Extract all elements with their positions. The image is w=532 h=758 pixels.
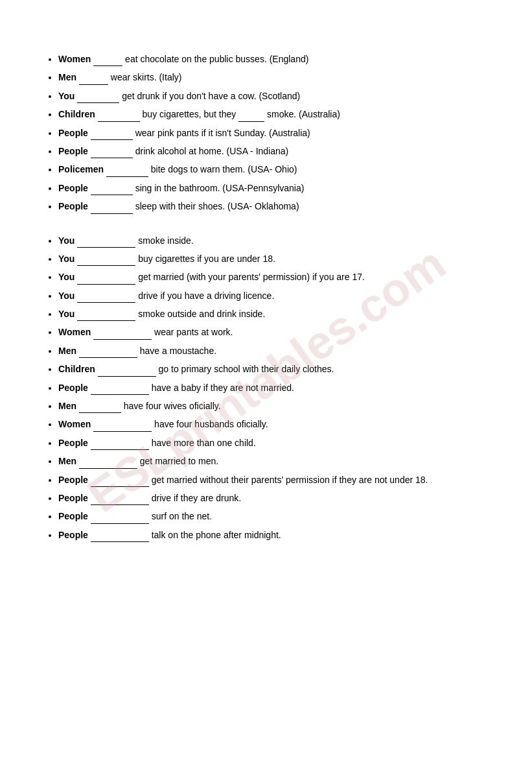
list-item: Women eat chocolate on the public busses… (58, 52, 493, 66)
list-item: Children buy cigarettes, but they smoke.… (58, 107, 493, 121)
can-cant-list: Women eat chocolate on the public busses… (39, 52, 493, 214)
turkey-list: You smoke inside.You buy cigarettes if y… (39, 233, 493, 543)
list-item: You buy cigarettes if you are under 18. (58, 252, 493, 266)
list-item: You smoke inside. (58, 233, 493, 248)
section-1: Women eat chocolate on the public busses… (39, 52, 493, 214)
list-item: People have a baby if they are not marri… (58, 381, 493, 395)
list-item: People drink alcohol at home. (USA - Ind… (58, 144, 493, 158)
list-item: Women wear pants at work. (58, 325, 493, 339)
list-item: People sleep with their shoes. (USA- Okl… (58, 199, 493, 213)
list-item: Men have a moustache. (58, 344, 493, 358)
list-item: People get married without their parents… (58, 473, 493, 487)
list-item: Men have four wives oficially. (58, 399, 493, 413)
list-item: Men wear skirts. (Italy) (58, 70, 493, 84)
list-item: You get drunk if you don't have a cow. (… (58, 89, 493, 103)
list-item: You drive if you have a driving licence. (58, 289, 493, 303)
list-item: People talk on the phone after midnight. (58, 528, 493, 542)
list-item: Policemen bite dogs to warn them. (USA- … (58, 162, 493, 176)
list-item: Women have four husbands oficially. (58, 417, 493, 431)
list-item: People have more than one child. (58, 436, 493, 450)
list-item: Children go to primary school with their… (58, 362, 493, 376)
list-item: You smoke outside and drink inside. (58, 307, 493, 321)
list-item: People sing in the bathroom. (USA-Pennsy… (58, 181, 493, 195)
list-item: Men get married to men. (58, 454, 493, 468)
list-item: People surf on the net. (58, 509, 493, 523)
list-item: You get married (with your parents' perm… (58, 270, 493, 284)
list-item: People wear pink pants if it isn't Sunda… (58, 126, 493, 140)
turkey-section: You smoke inside.You buy cigarettes if y… (39, 233, 493, 543)
list-item: People drive if they are drunk. (58, 491, 493, 505)
